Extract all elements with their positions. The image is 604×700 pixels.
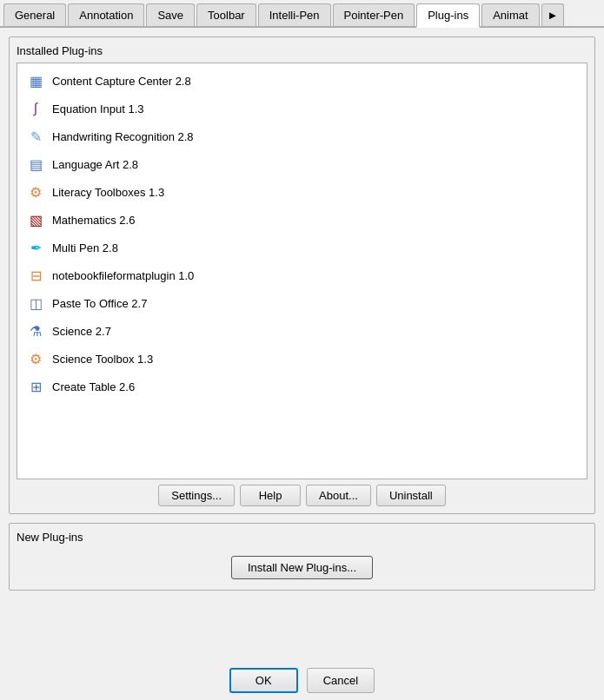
tab-general[interactable]: General bbox=[3, 3, 66, 26]
plugin-icon: ▧ bbox=[26, 210, 45, 229]
plugin-name: Content Capture Center 2.8 bbox=[52, 75, 191, 88]
plugin-icon: ⊞ bbox=[26, 377, 45, 396]
plugin-item[interactable]: ⚙Literacy Toolboxes 1.3 bbox=[21, 178, 583, 206]
new-plugins-section: New Plug-ins Install New Plug-ins... bbox=[9, 523, 595, 591]
plugin-name: Science Toolbox 1.3 bbox=[52, 353, 153, 366]
plugin-item[interactable]: ✎Handwriting Recognition 2.8 bbox=[21, 122, 583, 150]
plugin-name: Multi Pen 2.8 bbox=[52, 241, 118, 254]
plugin-item[interactable]: ∫Equation Input 1.3 bbox=[21, 95, 583, 122]
plugin-item[interactable]: ▧Mathematics 2.6 bbox=[21, 206, 583, 234]
plugin-item[interactable]: ⊟notebookfileformatplugin 1.0 bbox=[21, 261, 583, 289]
plugin-icon: ⊟ bbox=[26, 266, 45, 285]
tab-plug-ins[interactable]: Plug-ins bbox=[416, 3, 480, 28]
tab-pointer-pen[interactable]: Pointer-Pen bbox=[333, 3, 415, 26]
plugin-icon: ⚙ bbox=[26, 182, 45, 201]
help-button[interactable]: Help bbox=[240, 485, 301, 506]
plugin-icon: ⚗ bbox=[26, 321, 45, 340]
plugin-icon: ✒ bbox=[26, 238, 45, 257]
main-content: Installed Plug-ins ▦Content Capture Cent… bbox=[0, 28, 604, 661]
installed-plugins-section: Installed Plug-ins ▦Content Capture Cent… bbox=[9, 36, 595, 514]
tab-annotation[interactable]: Annotation bbox=[68, 3, 144, 26]
installed-plugins-label: Installed Plug-ins bbox=[17, 44, 587, 57]
cancel-button[interactable]: Cancel bbox=[307, 668, 375, 693]
uninstall-button[interactable]: Uninstall bbox=[376, 485, 446, 506]
plugin-icon: ⚙ bbox=[26, 349, 45, 368]
plugin-item[interactable]: ⚗Science 2.7 bbox=[21, 317, 583, 345]
plugin-name: Handwriting Recognition 2.8 bbox=[52, 130, 194, 143]
plugin-item[interactable]: ▤Language Art 2.8 bbox=[21, 150, 583, 178]
install-new-plugins-button[interactable]: Install New Plug-ins... bbox=[231, 556, 373, 579]
plugin-name: Mathematics 2.6 bbox=[52, 214, 135, 227]
plugin-name: Literacy Toolboxes 1.3 bbox=[52, 186, 164, 199]
plugin-icon: ✎ bbox=[26, 127, 45, 146]
plugin-name: Paste To Office 2.7 bbox=[52, 297, 147, 310]
ok-button[interactable]: OK bbox=[229, 668, 298, 693]
new-plugins-inner: Install New Plug-ins... bbox=[17, 549, 587, 583]
bottom-buttons: OK Cancel bbox=[0, 661, 604, 700]
tab-save[interactable]: Save bbox=[146, 3, 195, 26]
plugin-name: notebookfileformatplugin 1.0 bbox=[52, 269, 194, 282]
plugin-action-buttons: Settings... Help About... Uninstall bbox=[17, 485, 587, 506]
new-plugins-label: New Plug-ins bbox=[17, 531, 587, 544]
plugin-list[interactable]: ▦Content Capture Center 2.8∫Equation Inp… bbox=[17, 63, 587, 479]
plugin-icon: ▤ bbox=[26, 155, 45, 174]
plugin-name: Equation Input 1.3 bbox=[52, 102, 144, 116]
plugin-name: Language Art 2.8 bbox=[52, 158, 138, 171]
plugin-icon: ◫ bbox=[26, 294, 45, 313]
plugin-name: Create Table 2.6 bbox=[52, 380, 135, 393]
settings-button[interactable]: Settings... bbox=[158, 485, 235, 506]
plugin-item[interactable]: ✒Multi Pen 2.8 bbox=[21, 234, 583, 261]
plugin-name: Science 2.7 bbox=[52, 325, 111, 338]
plugin-item[interactable]: ⊞Create Table 2.6 bbox=[21, 373, 583, 400]
plugin-item[interactable]: ▦Content Capture Center 2.8 bbox=[21, 67, 583, 95]
tab-intelli-pen[interactable]: Intelli-Pen bbox=[258, 3, 331, 26]
plugin-item[interactable]: ⚙Science Toolbox 1.3 bbox=[21, 345, 583, 373]
tab-overflow-button[interactable]: ► bbox=[541, 3, 565, 26]
tab-bar: General Annotation Save Toolbar Intelli-… bbox=[0, 0, 604, 28]
about-button[interactable]: About... bbox=[306, 485, 371, 506]
tab-toolbar[interactable]: Toolbar bbox=[196, 3, 256, 26]
plugin-item[interactable]: ◫Paste To Office 2.7 bbox=[21, 289, 583, 317]
plugin-icon: ∫ bbox=[26, 99, 45, 118]
tab-animat[interactable]: Animat bbox=[481, 3, 539, 26]
plugin-icon: ▦ bbox=[26, 71, 45, 90]
